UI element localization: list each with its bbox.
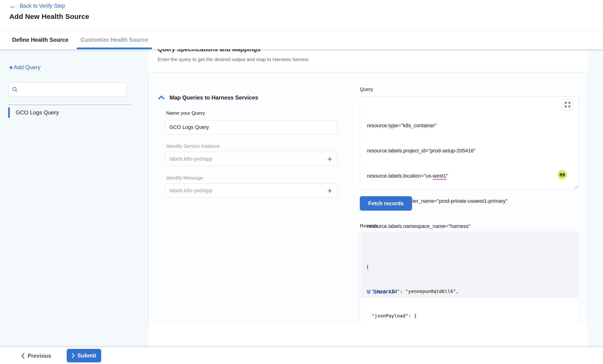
char-count-badge: 89: [558, 170, 567, 179]
submit-button[interactable]: Submit: [67, 349, 101, 362]
show-all-label: Show All: [373, 289, 394, 295]
query-sidebar: + Add Query GCO Logs Query: [0, 49, 148, 347]
active-tab-underline: [77, 47, 151, 49]
resize-handle[interactable]: [574, 184, 578, 189]
fetch-records-label: Fetch records: [368, 200, 404, 207]
expand-query-button[interactable]: [562, 99, 573, 111]
expand-icon: [565, 102, 571, 108]
service-instance-input[interactable]: [169, 156, 326, 162]
query-item-label: GCO Logs Query: [16, 109, 59, 116]
map-queries-title: Map Queries to Harness Services: [170, 94, 258, 101]
sidebar-item-gco-logs-query[interactable]: GCO Logs Query: [8, 107, 134, 118]
query-label: Query: [360, 86, 373, 92]
identify-message-label: Identify Message: [166, 175, 203, 181]
main-content: Query Specifications and Mappings Enter …: [148, 49, 588, 347]
wizard-tabbar: Define Health Source Customize Health So…: [0, 31, 603, 49]
search-icon: [12, 86, 18, 92]
record-card-1: { "insertId": "yennepun0qtd6ll6", "jsonP…: [361, 232, 578, 298]
spellcheck-underline: west1: [433, 173, 446, 180]
plus-icon: +: [9, 64, 13, 71]
query-mapping-panel: Map Queries to Harness Services Name you…: [148, 72, 588, 324]
tab-customize-health-source[interactable]: Customize Health Source: [77, 31, 151, 49]
service-instance-field: +: [165, 152, 337, 166]
query-name-field: [165, 120, 337, 134]
page-title: Add New Health Source: [9, 12, 89, 21]
double-chevron-down-icon: [366, 289, 371, 295]
query-textarea[interactable]: resource.type="k8s_container" resource.l…: [360, 96, 579, 190]
identify-message-field: +: [165, 183, 337, 198]
tab-customize-label: Customize Health Source: [81, 37, 148, 43]
chevron-up-icon: [157, 95, 165, 101]
fetch-records-button[interactable]: Fetch records: [360, 196, 412, 211]
service-instance-plus-icon[interactable]: +: [326, 155, 333, 163]
back-link-label: Back to Verify Step: [20, 3, 65, 9]
back-to-verify-step-link[interactable]: ← Back to Verify Step: [9, 2, 65, 9]
map-queries-section-toggle[interactable]: Map Queries to Harness Services: [157, 94, 258, 101]
submit-label: Submit: [77, 352, 96, 359]
previous-button[interactable]: Previous: [19, 351, 53, 361]
name-query-label: Name your Query: [166, 110, 205, 116]
section-heading-clipped: Query Specifications and Mappings: [158, 49, 260, 54]
wizard-footer: Previous Submit: [0, 347, 603, 364]
service-instance-label: Identify Service Instance: [166, 143, 220, 149]
query-search-box: [8, 82, 127, 96]
add-query-button[interactable]: + Add Query: [9, 64, 40, 71]
chevron-right-icon: [72, 353, 75, 358]
tab-define-health-source[interactable]: Define Health Source: [8, 31, 72, 49]
records-label: Records: [360, 223, 378, 229]
show-all-link[interactable]: Show All: [366, 289, 394, 295]
tab-define-label: Define Health Source: [12, 37, 68, 43]
add-health-source-screen: ← Back to Verify Step Add New Health Sou…: [0, 0, 603, 364]
add-query-label: Add Query: [14, 64, 41, 71]
sidebar-divider: [8, 105, 131, 105]
records-container: { "insertId": "yennepun0qtd6ll6", "jsonP…: [360, 231, 579, 324]
chevron-left-icon: [21, 353, 25, 359]
query-location-line: resource.labels.location="us-west1": [367, 172, 572, 180]
selected-item-indicator: [8, 107, 10, 118]
query-search-input[interactable]: [20, 82, 127, 96]
page-header: ← Back to Verify Step Add New Health Sou…: [0, 0, 603, 31]
record-2-json: { "insertId": "r6rk2tnah3owf5eh", "jsonP…: [365, 313, 458, 324]
identify-message-plus-icon[interactable]: +: [326, 187, 333, 194]
identify-message-input[interactable]: [169, 188, 326, 194]
previous-label: Previous: [27, 353, 51, 359]
page-right-gutter: [588, 49, 603, 347]
section-subheading: Enter the query to get the desired outpu…: [158, 57, 310, 62]
query-name-input[interactable]: [169, 124, 333, 130]
back-arrow-icon: ←: [9, 2, 16, 9]
